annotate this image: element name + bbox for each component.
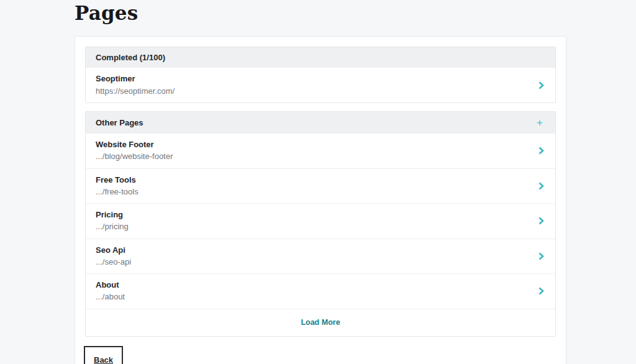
- page-content: Pages Completed (1/100) Seoptimer https:…: [75, 0, 566, 364]
- chevron-right-icon[interactable]: [538, 252, 545, 260]
- completed-section-title: Completed (1/100): [96, 53, 165, 62]
- page-row-title: Pricing: [96, 210, 129, 220]
- chevron-right-icon[interactable]: [538, 287, 545, 295]
- page-row-title: Seoptimer: [96, 74, 175, 84]
- load-more-container: Load More: [86, 309, 555, 336]
- page-row-url: https://seoptimer.com/: [96, 86, 175, 96]
- page-row-pricing[interactable]: Pricing .../pricing: [86, 204, 555, 239]
- chevron-right-icon[interactable]: [538, 81, 545, 89]
- page-row-about[interactable]: About .../about: [86, 274, 555, 309]
- other-pages-section-title: Other Pages: [96, 118, 143, 127]
- row-text: Seoptimer https://seoptimer.com/: [96, 74, 175, 96]
- page-title: Pages: [75, 2, 566, 24]
- row-text: Website Footer .../blog/website-footer: [96, 140, 173, 162]
- row-text: Free Tools .../free-tools: [96, 175, 139, 198]
- chevron-right-icon[interactable]: [538, 217, 545, 225]
- pages-card: Completed (1/100) Seoptimer https://seop…: [75, 36, 566, 364]
- page-row-title: Free Tools: [96, 175, 139, 185]
- page-row-url: .../seo-api: [96, 257, 131, 267]
- load-more-button[interactable]: Load More: [301, 318, 340, 327]
- completed-section: Completed (1/100) Seoptimer https://seop…: [85, 47, 556, 103]
- other-pages-section-header: Other Pages +: [86, 112, 555, 134]
- page-row-url: .../pricing: [96, 222, 129, 232]
- page-row-url: .../blog/website-footer: [96, 152, 173, 162]
- page-row-title: Seo Api: [96, 245, 131, 255]
- page-row-seoptimer[interactable]: Seoptimer https://seoptimer.com/: [86, 68, 555, 102]
- row-text: About .../about: [96, 280, 125, 303]
- row-text: Seo Api .../seo-api: [96, 245, 131, 268]
- page-row-url: .../about: [96, 292, 125, 302]
- chevron-right-icon[interactable]: [538, 182, 545, 190]
- page-row-website-footer[interactable]: Website Footer .../blog/website-footer: [86, 134, 555, 169]
- row-text: Pricing .../pricing: [96, 210, 129, 232]
- page-row-url: .../free-tools: [96, 187, 139, 197]
- completed-section-header: Completed (1/100): [86, 47, 555, 68]
- other-pages-section: Other Pages + Website Footer .../blog/we…: [85, 111, 556, 337]
- page-row-seo-api[interactable]: Seo Api .../seo-api: [86, 239, 555, 275]
- chevron-right-icon[interactable]: [538, 147, 545, 155]
- page-row-title: About: [96, 280, 125, 290]
- page-row-title: Website Footer: [96, 140, 173, 150]
- page-row-free-tools[interactable]: Free Tools .../free-tools: [86, 169, 555, 204]
- plus-icon[interactable]: +: [537, 117, 545, 128]
- back-button[interactable]: Back: [84, 346, 123, 364]
